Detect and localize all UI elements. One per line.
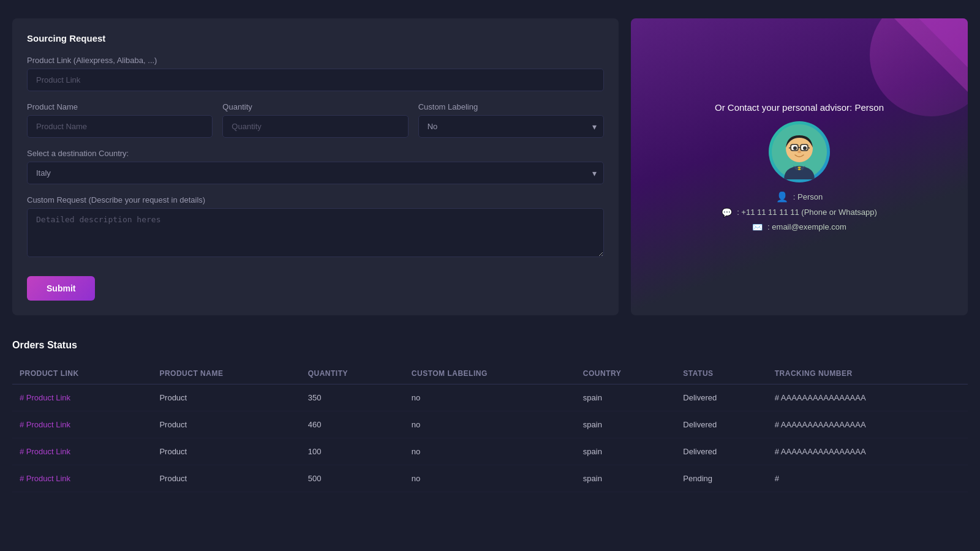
product-name-cell: Product	[152, 438, 300, 465]
custom-request-label: Custom Request (Describe your request in…	[27, 195, 604, 204]
custom-labeling-label: Custom Labeling	[418, 102, 604, 111]
table-row: # Product LinkProduct500nospainPending#	[12, 465, 968, 492]
custom-request-textarea[interactable]	[27, 208, 604, 257]
orders-header-row: PRODUCT LINK PRODUCT NAME QUANTITY CUSTO…	[12, 363, 968, 384]
custom-labeling-cell: no	[404, 465, 576, 492]
product-link-cell[interactable]: # Product Link	[12, 465, 152, 492]
quantity-cell: 100	[301, 438, 404, 465]
status-cell: Delivered	[676, 438, 767, 465]
custom-labeling-cell: no	[404, 411, 576, 438]
destination-country-group: Select a destination Country: Italy Spai…	[27, 149, 604, 184]
col-status: STATUS	[676, 363, 767, 384]
status-cell: Delivered	[676, 411, 767, 438]
orders-table-head: PRODUCT LINK PRODUCT NAME QUANTITY CUSTO…	[12, 363, 968, 384]
email-icon: ✉️	[752, 222, 763, 232]
svg-point-5	[803, 146, 807, 150]
product-link-cell[interactable]: # Product Link	[12, 384, 152, 411]
svg-line-9	[789, 148, 791, 148]
product-name-cell: Product	[152, 411, 300, 438]
page-wrapper: Sourcing Request Product Link (Aliexpres…	[0, 0, 980, 551]
quantity-col: Quantity	[222, 102, 408, 138]
tri-deco-2	[919, 18, 968, 67]
product-name-label: Product Name	[27, 102, 213, 111]
product-link-cell[interactable]: # Product Link	[12, 411, 152, 438]
table-row: # Product LinkProduct460nospainDelivered…	[12, 411, 968, 438]
svg-point-11	[797, 151, 801, 153]
custom-labeling-cell: no	[404, 384, 576, 411]
svg-point-4	[793, 146, 797, 150]
avatar-svg	[772, 124, 827, 179]
tracking-cell: # AAAAAAAAAAAAAAAA	[767, 384, 968, 411]
quantity-label: Quantity	[222, 102, 408, 111]
custom-labeling-col: Custom Labeling No Yes	[418, 102, 604, 138]
col-custom-labeling: CUSTOM LABELING	[404, 363, 576, 384]
orders-title: Orders Status	[12, 340, 968, 351]
quantity-input[interactable]	[222, 115, 408, 138]
tracking-cell: # AAAAAAAAAAAAAAAA	[767, 411, 968, 438]
status-cell: Pending	[676, 465, 767, 492]
country-cell: spain	[576, 438, 676, 465]
country-select-wrapper: Italy Spain France Germany	[27, 162, 604, 184]
top-section: Sourcing Request Product Link (Aliexpres…	[0, 0, 980, 328]
advisor-phone: : +11 11 11 11 11 (Phone or Whatsapp)	[737, 208, 877, 217]
custom-labeling-select-wrapper: No Yes	[418, 115, 604, 138]
sourcing-title: Sourcing Request	[27, 33, 604, 43]
advisor-panel: Or Contact your personal advisor: Person	[631, 18, 968, 315]
custom-request-group: Custom Request (Describe your request in…	[27, 195, 604, 259]
custom-labeling-select[interactable]: No Yes	[418, 115, 604, 138]
tracking-cell: #	[767, 465, 968, 492]
product-link-cell[interactable]: # Product Link	[12, 438, 152, 465]
advisor-name-row: 👤 : Person	[776, 191, 823, 203]
product-name-cell: Product	[152, 465, 300, 492]
product-row: Product Name Quantity Custom Labeling No…	[27, 102, 604, 138]
product-name-cell: Product	[152, 384, 300, 411]
orders-section: Orders Status PRODUCT LINK PRODUCT NAME …	[0, 328, 980, 511]
quantity-cell: 500	[301, 465, 404, 492]
advisor-title: Or Contact your personal advisor: Person	[715, 102, 884, 113]
quantity-cell: 460	[301, 411, 404, 438]
product-link-label: Product Link (Aliexpress, Alibaba, ...)	[27, 56, 604, 65]
advisor-email-row: ✉️ : email@exemple.com	[752, 222, 846, 232]
avatar	[769, 121, 830, 182]
product-name-col: Product Name	[27, 102, 213, 138]
status-cell: Delivered	[676, 384, 767, 411]
col-product-link: PRODUCT LINK	[12, 363, 152, 384]
table-row: # Product LinkProduct350nospainDelivered…	[12, 384, 968, 411]
col-product-name: PRODUCT NAME	[152, 363, 300, 384]
contact-info: 👤 : Person 💬 : +11 11 11 11 11 (Phone or…	[646, 191, 953, 232]
product-link-group: Product Link (Aliexpress, Alibaba, ...)	[27, 56, 604, 91]
table-row: # Product LinkProduct100nospainDelivered…	[12, 438, 968, 465]
destination-select[interactable]: Italy Spain France Germany	[27, 162, 604, 184]
country-cell: spain	[576, 465, 676, 492]
person-icon: 👤	[776, 191, 788, 203]
sourcing-panel: Sourcing Request Product Link (Aliexpres…	[12, 18, 619, 315]
phone-icon: 💬	[722, 208, 732, 217]
col-quantity: QUANTITY	[301, 363, 404, 384]
svg-line-10	[808, 148, 810, 148]
tracking-cell: # AAAAAAAAAAAAAAAA	[767, 438, 968, 465]
col-country: COUNTRY	[576, 363, 676, 384]
destination-label: Select a destination Country:	[27, 149, 604, 158]
custom-labeling-cell: no	[404, 438, 576, 465]
country-cell: spain	[576, 411, 676, 438]
advisor-phone-row: 💬 : +11 11 11 11 11 (Phone or Whatsapp)	[722, 208, 877, 217]
col-tracking: TRACKING NUMBER	[767, 363, 968, 384]
submit-button[interactable]: Submit	[27, 276, 95, 301]
orders-table-body: # Product LinkProduct350nospainDelivered…	[12, 384, 968, 492]
product-link-input[interactable]	[27, 69, 604, 91]
quantity-cell: 350	[301, 384, 404, 411]
advisor-name: : Person	[793, 192, 823, 201]
advisor-email: : email@exemple.com	[767, 222, 846, 231]
orders-table: PRODUCT LINK PRODUCT NAME QUANTITY CUSTO…	[12, 363, 968, 492]
country-cell: spain	[576, 384, 676, 411]
product-name-input[interactable]	[27, 115, 213, 138]
